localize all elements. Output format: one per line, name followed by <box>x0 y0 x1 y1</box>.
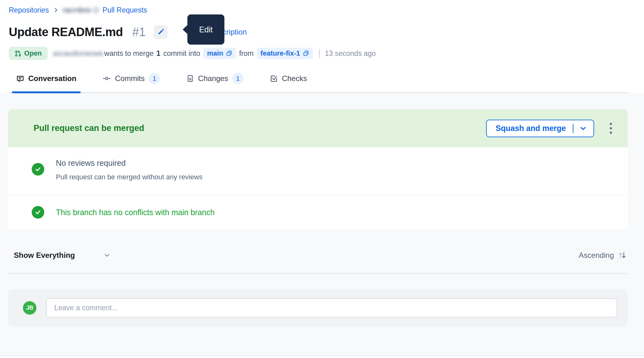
squash-and-merge-button[interactable]: Squash and merge <box>486 120 594 137</box>
tab-conversation[interactable]: Conversation <box>12 73 81 92</box>
commit-count: 1 <box>156 49 160 58</box>
check-row-reviews: No reviews required Pull request can be … <box>8 147 628 195</box>
breadcrumb-repositories-link[interactable]: Repositories <box>9 6 49 14</box>
meta-divider <box>319 49 320 58</box>
breadcrumb-pull-requests-link[interactable]: Pull Requests <box>103 6 147 14</box>
source-branch-chip[interactable]: feature-fix-1 <box>257 48 313 59</box>
page-title: Update README.md <box>9 25 123 39</box>
merge-sentence-1: wants to merge <box>104 49 153 58</box>
sort-arrows-icon <box>617 250 627 260</box>
chevron-down-icon[interactable] <box>579 124 587 133</box>
conversation-panel: Pull request can be merged Squash and me… <box>0 93 644 356</box>
comment-input[interactable] <box>46 298 617 317</box>
show-everything-dropdown[interactable]: Show Everything <box>14 251 111 260</box>
title-row: Update README.md #1 Add description Edit <box>9 23 628 41</box>
tab-commits[interactable]: Commits 1 <box>98 73 164 92</box>
author-name-redacted: ascaudionanwa <box>53 49 103 58</box>
pencil-icon <box>157 29 164 35</box>
tab-label: Changes <box>198 74 228 83</box>
tab-label: Commits <box>115 74 145 83</box>
pr-number: #1 <box>132 25 146 39</box>
commit-icon <box>103 74 111 83</box>
button-separator <box>573 124 573 133</box>
avatar: JB <box>23 301 36 315</box>
merge-banner: Pull request can be merged Squash and me… <box>8 109 628 147</box>
sort-order-toggle[interactable]: Ascending <box>579 250 627 260</box>
merge-sentence-2: commit into <box>163 49 200 58</box>
check-title: This branch has no conflicts with main b… <box>56 208 215 217</box>
file-icon <box>186 75 194 82</box>
merge-banner-title: Pull request can be merged <box>34 123 144 133</box>
breadcrumb: Repositories racrnbrio Pull Requests <box>9 5 628 15</box>
copy-icon[interactable] <box>303 50 309 57</box>
tab-checks[interactable]: Checks <box>266 73 311 92</box>
merge-status-card: Pull request can be merged Squash and me… <box>8 109 628 229</box>
pr-header: Repositories racrnbrio Pull Requests Upd… <box>0 0 644 93</box>
tab-label: Checks <box>282 74 307 83</box>
tab-count-badge: 1 <box>149 73 160 84</box>
comment-composer: JB <box>8 289 628 327</box>
tab-label: Conversation <box>28 74 76 83</box>
target-branch-chip[interactable]: main <box>203 48 236 59</box>
tab-changes[interactable]: Changes 1 <box>182 73 248 92</box>
timestamp: 13 seconds ago <box>325 49 376 58</box>
pull-request-page: Repositories racrnbrio Pull Requests Upd… <box>0 0 644 358</box>
edit-tooltip: Edit <box>187 14 224 45</box>
tab-bar: Conversation Commits 1 Changes <box>9 73 628 93</box>
breadcrumb-repo-redacted[interactable]: racrnbrio <box>63 6 99 14</box>
check-row-conflicts: This branch has no conflicts with main b… <box>8 195 628 229</box>
status-badge-label: Open <box>24 49 42 57</box>
merge-actions: Squash and merge <box>486 120 614 137</box>
chevron-down-icon <box>103 252 111 259</box>
activity-controls: Show Everything Ascending <box>8 249 628 261</box>
status-badge: Open <box>9 47 48 60</box>
checklist-icon <box>270 75 278 83</box>
check-subtitle: Pull request can be merged without any r… <box>56 173 615 181</box>
pr-meta-row: Open ascaudionanwa wants to merge 1 comm… <box>9 46 628 60</box>
chevron-right-icon <box>53 7 59 13</box>
check-circle-icon <box>32 163 44 176</box>
merge-sentence-3: from <box>239 49 254 58</box>
edit-tooltip-label: Edit <box>199 25 212 34</box>
kebab-menu-icon[interactable] <box>608 121 614 136</box>
tooltip-arrow <box>183 25 188 34</box>
edit-title-button[interactable] <box>154 25 168 39</box>
section-divider <box>8 273 628 274</box>
tab-count-badge: 1 <box>232 73 244 84</box>
lozenge-icon <box>93 7 99 13</box>
copy-icon[interactable] <box>226 50 232 57</box>
active-tab-underline <box>12 91 81 93</box>
check-circle-icon <box>32 206 44 219</box>
pull-request-icon <box>15 50 21 57</box>
chat-bubble-icon <box>16 75 24 83</box>
check-title: No reviews required <box>56 159 615 168</box>
